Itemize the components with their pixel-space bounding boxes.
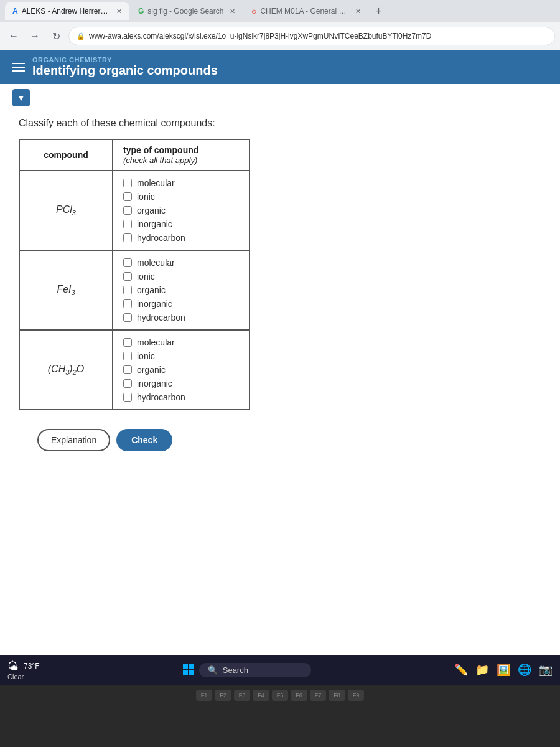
tab-google-close[interactable]: ✕: [230, 7, 235, 16]
lock-icon: 🔒: [77, 32, 85, 40]
tab-aleks-label: ALEKS - Andrew Herrera - Learn: [22, 7, 110, 16]
hamburger-menu[interactable]: [12, 63, 25, 72]
option-ch3o-hydrocarbon[interactable]: hydrocarbon: [123, 390, 239, 404]
weather-block: 🌤 73°F Clear: [7, 660, 39, 680]
chevron-row: ▼: [0, 84, 560, 111]
screen-wrapper: A ALEKS - Andrew Herrera - Learn ✕ G sig…: [0, 0, 560, 685]
taskbar-system-icons: ✏️ 📁 🖼️ 🌐 📷: [454, 663, 553, 677]
address-bar-row: ← → ↻ 🔒 www-awa.aleks.com/alekscgi/x/Isl…: [0, 22, 560, 50]
tab-chem-close[interactable]: ✕: [355, 7, 361, 16]
checkbox-fei3-molecular[interactable]: [123, 258, 132, 267]
address-bar[interactable]: 🔒 www-awa.aleks.com/alekscgi/x/Isl.exe/1…: [68, 27, 555, 45]
checkbox-pcl3-ionic[interactable]: [123, 192, 132, 201]
checkbox-fei3-ionic[interactable]: [123, 272, 132, 281]
tab-chem-icon: ⊙: [251, 8, 256, 15]
header-title: Identifying organic compounds: [32, 63, 218, 78]
checkbox-pcl3-molecular[interactable]: [123, 179, 132, 187]
win-square-3: [183, 670, 188, 675]
refresh-button[interactable]: ↻: [47, 27, 65, 45]
options-cell-fei3: molecular ionic organic: [113, 250, 250, 330]
tab-chem-label: CHEM M01A - General Chemistry: [260, 7, 349, 16]
question-text: Classify each of these chemical compound…: [19, 118, 541, 129]
new-tab-button[interactable]: +: [370, 2, 387, 20]
option-pcl3-inorganic[interactable]: inorganic: [123, 217, 239, 231]
tab-google[interactable]: G sig fig - Google Search ✕: [131, 2, 243, 20]
tab-aleks[interactable]: A ALEKS - Andrew Herrera - Learn ✕: [5, 2, 129, 20]
option-fei3-inorganic[interactable]: inorganic: [123, 297, 239, 311]
option-pcl3-molecular[interactable]: molecular: [123, 176, 239, 190]
taskbar: 🌤 73°F Clear 🔍 Search ✏️ 📁 🖼️ 🌐 📷: [0, 655, 560, 685]
column-header-compound: compound: [19, 139, 113, 171]
search-placeholder: Search: [223, 665, 248, 675]
explanation-button[interactable]: Explanation: [37, 429, 110, 451]
compound-cell-ch3o: (CH3)2O: [19, 330, 113, 410]
option-ch3o-ionic[interactable]: ionic: [123, 349, 239, 363]
checkbox-fei3-organic[interactable]: [123, 286, 132, 294]
option-fei3-hydrocarbon[interactable]: hydrocarbon: [123, 311, 239, 324]
key-f4[interactable]: F4: [253, 690, 269, 701]
checkbox-fei3-inorganic[interactable]: [123, 299, 132, 308]
formula-fei3: FeI3: [57, 284, 75, 294]
checkbox-ch3o-organic[interactable]: [123, 365, 132, 374]
type-header-sub: (check all that apply): [123, 156, 197, 165]
checkbox-fei3-hydrocarbon[interactable]: [123, 313, 132, 322]
checkbox-pcl3-hydrocarbon[interactable]: [123, 233, 132, 242]
check-button[interactable]: Check: [116, 429, 172, 451]
formula-ch3o: (CH3)2O: [48, 364, 84, 374]
option-pcl3-hydrocarbon[interactable]: hydrocarbon: [123, 231, 239, 245]
option-fei3-molecular[interactable]: molecular: [123, 256, 239, 270]
checkbox-ch3o-ionic[interactable]: [123, 352, 132, 360]
chevron-dropdown-button[interactable]: ▼: [12, 89, 30, 106]
taskbar-center: 🔍 Search: [45, 663, 448, 677]
key-f2[interactable]: F2: [215, 690, 231, 701]
table-row: (CH3)2O molecular ionic: [19, 330, 250, 410]
checkbox-ch3o-hydrocarbon[interactable]: [123, 393, 132, 402]
taskbar-icon-3[interactable]: 🖼️: [497, 663, 510, 677]
compound-cell-fei3: FeI3: [19, 250, 113, 330]
checkbox-pcl3-organic[interactable]: [123, 206, 132, 215]
checkbox-pcl3-inorganic[interactable]: [123, 220, 132, 228]
forward-button[interactable]: →: [26, 27, 44, 45]
option-fei3-ionic[interactable]: ionic: [123, 270, 239, 283]
weather-temp: 73°F: [24, 662, 39, 670]
key-f3[interactable]: F3: [234, 690, 251, 701]
tab-chem[interactable]: ⊙ CHEM M01A - General Chemistry ✕: [244, 2, 368, 20]
header-text: ORGANIC CHEMISTRY Identifying organic co…: [32, 56, 218, 78]
windows-start-button[interactable]: [183, 664, 194, 675]
type-header-main: type of compound: [123, 145, 198, 155]
checkbox-ch3o-inorganic[interactable]: [123, 379, 132, 388]
option-pcl3-organic[interactable]: organic: [123, 204, 239, 217]
weather-condition: Clear: [7, 673, 24, 680]
taskbar-search-box[interactable]: 🔍 Search: [199, 663, 311, 677]
option-ch3o-organic[interactable]: organic: [123, 363, 239, 377]
taskbar-icon-2[interactable]: 📁: [475, 663, 489, 677]
compound-table: compound type of compound (check all tha…: [19, 139, 250, 410]
compound-cell-pcl3: PCl3: [19, 171, 113, 250]
key-f7[interactable]: F7: [310, 690, 327, 701]
tab-aleks-close[interactable]: ✕: [116, 7, 122, 16]
key-f6[interactable]: F6: [291, 690, 307, 701]
key-f1[interactable]: F1: [196, 690, 213, 701]
taskbar-icon-5[interactable]: 📷: [539, 663, 553, 677]
header-subtitle: ORGANIC CHEMISTRY: [32, 56, 218, 63]
options-cell-pcl3: molecular ionic organic: [113, 171, 250, 250]
key-f8[interactable]: F8: [329, 690, 345, 701]
win-square-2: [189, 664, 194, 669]
table-row: FeI3 molecular ionic: [19, 250, 250, 330]
tab-aleks-icon: A: [12, 7, 18, 16]
hamburger-line3: [12, 70, 25, 72]
taskbar-icon-4[interactable]: 🌐: [518, 663, 531, 677]
checkbox-ch3o-molecular[interactable]: [123, 338, 132, 347]
option-pcl3-ionic[interactable]: ionic: [123, 190, 239, 204]
option-ch3o-molecular[interactable]: molecular: [123, 336, 239, 349]
option-ch3o-inorganic[interactable]: inorganic: [123, 377, 239, 390]
win-square-4: [189, 670, 194, 675]
back-button[interactable]: ←: [5, 27, 22, 45]
option-fei3-organic[interactable]: organic: [123, 283, 239, 297]
options-cell-ch3o: molecular ionic organic: [113, 330, 250, 410]
key-f9[interactable]: F9: [348, 690, 365, 701]
key-f5[interactable]: F5: [272, 690, 289, 701]
taskbar-icon-1[interactable]: ✏️: [454, 663, 468, 677]
tab-google-icon: G: [138, 7, 144, 16]
weather-icon: 🌤: [7, 660, 19, 673]
